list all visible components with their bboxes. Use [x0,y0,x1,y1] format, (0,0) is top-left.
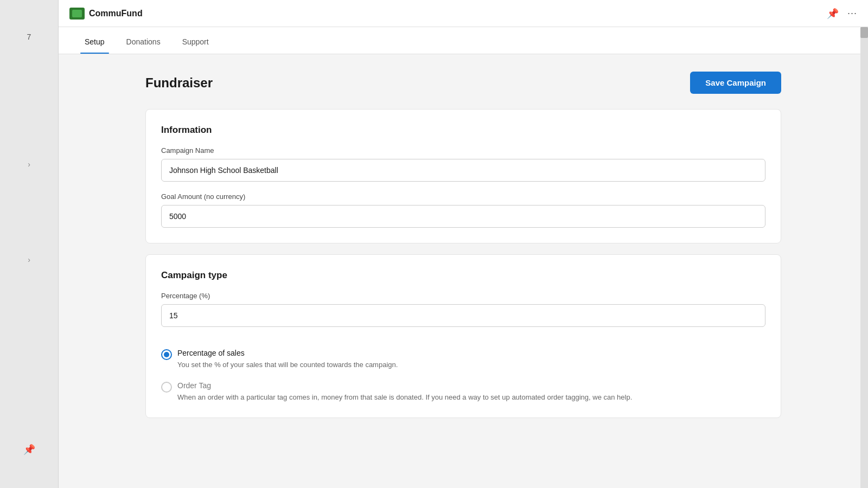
goal-amount-input[interactable] [161,205,765,228]
pin-icon[interactable]: 📌 [827,8,839,20]
percentage-input[interactable] [161,304,765,327]
radio-order-tag[interactable] [161,382,172,393]
main-content: Setup Donations Support Fundraiser Save … [59,27,868,488]
sidebar-number: 7 [27,33,31,41]
more-options-icon[interactable]: ··· [847,8,857,19]
information-card: Information Campaign Name Goal Amount (n… [145,109,781,243]
logo-area: CommuFund [69,8,143,20]
page-header: Fundraiser Save Campaign [145,72,781,94]
radio-option-order-tag: Order Tag When an order with a particula… [161,381,765,403]
campaign-name-label: Campaign Name [161,146,765,155]
sidebar-chevron-top[interactable]: › [28,160,30,169]
tab-donations[interactable]: Donations [122,37,165,54]
sidebar: 7 › › 📌 [0,0,59,488]
tabs-bar: Setup Donations Support [59,27,868,54]
radio-percentage-content: Percentage of sales You set the % of you… [177,349,765,370]
tab-support[interactable]: Support [178,37,213,54]
scrollbar[interactable] [860,27,868,488]
radio-order-tag-desc: When an order with a particular tag come… [177,392,765,403]
radio-percentage-label: Percentage of sales [177,349,765,357]
logo-icon [69,8,85,20]
radio-percentage-desc: You set the % of your sales that will be… [177,359,765,370]
campaign-type-title: Campaign type [161,270,765,281]
goal-amount-label: Goal Amount (no currency) [161,192,765,201]
scrollbar-thumb[interactable] [860,27,868,38]
campaign-type-card: Campaign type Percentage (%) Percentage … [145,254,781,418]
radio-option-percentage: Percentage of sales You set the % of you… [161,349,765,370]
app-name: CommuFund [89,9,143,18]
radio-order-tag-label: Order Tag [177,381,765,390]
percentage-label: Percentage (%) [161,292,765,300]
topbar: CommuFund 📌 ··· [59,0,868,27]
radio-percentage-of-sales[interactable] [161,349,172,360]
sidebar-pin-icon[interactable]: 📌 [23,444,35,455]
save-campaign-button[interactable]: Save Campaign [690,72,781,94]
topbar-actions: 📌 ··· [827,8,857,20]
page-title: Fundraiser [145,75,213,91]
information-card-title: Information [161,125,765,136]
campaign-name-input[interactable] [161,159,765,182]
tab-setup[interactable]: Setup [80,37,109,54]
sidebar-chevron-bottom[interactable]: › [28,255,30,264]
radio-order-tag-content: Order Tag When an order with a particula… [177,381,765,403]
page-body: Fundraiser Save Campaign Information Cam… [59,54,868,451]
